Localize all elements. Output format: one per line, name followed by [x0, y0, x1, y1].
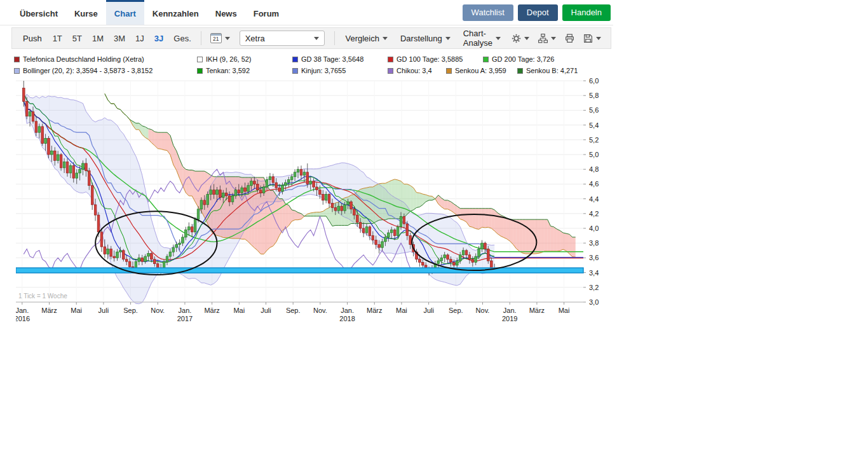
- range-5t[interactable]: 5T: [67, 31, 87, 46]
- push-button[interactable]: Push: [17, 34, 48, 43]
- legend-label: Chikou: 3,4: [397, 67, 432, 74]
- range-1j[interactable]: 1J: [130, 31, 149, 46]
- legend-swatch: [483, 57, 489, 62]
- settings-button[interactable]: [507, 34, 534, 43]
- legend-label: Senkou B: 4,271: [526, 67, 578, 74]
- x-tick-label: Sep.: [286, 307, 301, 314]
- exchange-select[interactable]: Xetra: [240, 31, 325, 46]
- price-chart[interactable]: 3,03,23,43,63,84,04,24,44,64,85,05,25,45…: [16, 78, 613, 328]
- legend-swatch: [292, 68, 298, 74]
- y-tick-label: 4,8: [589, 165, 599, 173]
- x-tick-year: 2018: [339, 315, 355, 322]
- range-3m[interactable]: 3M: [109, 31, 130, 46]
- y-tick-label: 3,4: [589, 269, 599, 277]
- legend-swatch: [388, 57, 393, 62]
- save-icon: [583, 34, 593, 43]
- x-tick-label: Nov.: [313, 307, 327, 314]
- gear-icon: [512, 34, 521, 43]
- legend-label: Telefonica Deutschland Holding (Xetra): [23, 55, 144, 63]
- chevron-down-icon: [524, 37, 529, 40]
- chart-toolbar: Push 1T5T1M3M1J3JGes. 21 Xetra Vergleich…: [11, 27, 611, 49]
- x-tick-label: März: [41, 307, 57, 314]
- x-tick-label: Nov.: [151, 307, 165, 314]
- calendar-icon: 21: [210, 33, 222, 43]
- toolbar-icons: [507, 34, 606, 43]
- nav-item-ubersicht[interactable]: Übersicht: [11, 0, 66, 25]
- menu-darstellung[interactable]: Darstellung: [394, 34, 457, 43]
- legend-swatch: [197, 68, 203, 74]
- nav-item-news[interactable]: News: [207, 0, 245, 25]
- legend-label: IKH (9, 26, 52): [206, 55, 252, 63]
- legend-label: Senkou A: 3,959: [455, 67, 506, 74]
- legend-item: Chikou: 3,4: [388, 67, 446, 74]
- legend-item: GD 200 Tage: 3,726: [483, 55, 554, 63]
- y-tick-label: 3,8: [589, 239, 599, 247]
- range-3j[interactable]: 3J: [149, 31, 168, 46]
- legend-swatch: [292, 57, 298, 62]
- chart-legend: Telefonica Deutschland Holding (Xetra)IK…: [14, 55, 613, 74]
- chevron-down-icon: [596, 37, 601, 40]
- y-tick-label: 4,6: [589, 180, 599, 188]
- nav-item-forum[interactable]: Forum: [245, 0, 287, 25]
- tick-note: 1 Tick = 1 Woche: [18, 293, 67, 300]
- x-tick-label: März: [529, 307, 545, 314]
- range-buttons: 1T5T1M3M1J3JGes.: [48, 31, 196, 46]
- print-button[interactable]: [560, 34, 579, 43]
- nav-item-kennzahlen[interactable]: Kennzahlen: [144, 0, 207, 25]
- chart-area: 3,03,23,43,63,84,04,24,44,64,85,05,25,45…: [16, 78, 613, 330]
- nav-item-kurse[interactable]: Kurse: [66, 0, 106, 25]
- legend-row-1: Telefonica Deutschland Holding (Xetra)IK…: [14, 55, 613, 63]
- range-1m[interactable]: 1M: [87, 31, 109, 46]
- legend-swatch: [517, 68, 523, 74]
- indicators-button[interactable]: [534, 34, 560, 43]
- y-tick-label: 6,0: [589, 78, 599, 85]
- legend-swatch: [388, 68, 393, 74]
- y-tick-label: 3,2: [589, 284, 599, 291]
- save-button[interactable]: [579, 34, 606, 43]
- x-tick-year: 2017: [177, 315, 193, 322]
- x-tick-label: Jan.: [179, 307, 192, 314]
- legend-swatch: [14, 68, 20, 74]
- y-tick-label: 4,2: [589, 210, 599, 218]
- chevron-down-icon: [314, 37, 319, 40]
- legend-item: GD 38 Tage: 3,5648: [292, 55, 388, 63]
- nav-actions: WatchlistDepotHandeln: [463, 0, 613, 25]
- y-tick-label: 5,6: [589, 106, 599, 114]
- button-watchlist[interactable]: Watchlist: [463, 4, 513, 21]
- x-tick-label: Mai: [233, 307, 245, 314]
- legend-item: Senkou A: 3,959: [446, 67, 517, 74]
- toolbar-menus: VergleichDarstellungChart-Analyse: [339, 29, 507, 48]
- y-tick-label: 5,4: [589, 121, 599, 129]
- main-nav: ÜbersichtKurseChartKennzahlenNewsForum: [11, 0, 287, 25]
- legend-item: Kinjun: 3,7655: [292, 67, 388, 74]
- app: ÜbersichtKurseChartKennzahlenNewsForum W…: [0, 0, 613, 330]
- x-tick-label: Sep.: [449, 307, 463, 314]
- button-handeln[interactable]: Handeln: [562, 4, 611, 21]
- legend-row-2: Bollinger (20, 2): 3,3594 - 3,5873 - 3,8…: [14, 67, 613, 74]
- x-tick-label: Juli: [423, 307, 434, 314]
- y-tick-label: 5,8: [589, 92, 599, 99]
- range-1t[interactable]: 1T: [48, 31, 67, 46]
- separator: [201, 31, 201, 45]
- indicators-icon: [538, 34, 548, 43]
- top-nav: ÜbersichtKurseChartKennzahlenNewsForum W…: [0, 0, 613, 25]
- range-ges[interactable]: Ges.: [168, 31, 196, 46]
- legend-label: Tenkan: 3,592: [206, 67, 250, 74]
- legend-item: Senkou B: 4,271: [517, 67, 578, 74]
- chevron-down-icon: [383, 37, 388, 40]
- button-depot[interactable]: Depot: [518, 4, 558, 21]
- nav-item-chart[interactable]: Chart: [106, 0, 144, 25]
- chevron-down-icon: [445, 37, 451, 40]
- legend-swatch: [446, 68, 452, 74]
- x-tick-year: 2016: [16, 315, 30, 322]
- x-tick-label: Juli: [98, 307, 109, 314]
- x-tick-label: Mai: [559, 307, 570, 314]
- interval-calendar-button[interactable]: 21: [206, 33, 234, 43]
- y-tick-label: 3,6: [589, 254, 599, 261]
- menu-vergleich[interactable]: Vergleich: [339, 34, 393, 43]
- menu-chart-analyse[interactable]: Chart-Analyse: [457, 29, 507, 48]
- chevron-down-icon: [225, 37, 230, 40]
- legend-item: Tenkan: 3,592: [197, 67, 292, 74]
- legend-label: Kinjun: 3,7655: [301, 67, 346, 74]
- legend-item: Bollinger (20, 2): 3,3594 - 3,5873 - 3,8…: [14, 67, 197, 74]
